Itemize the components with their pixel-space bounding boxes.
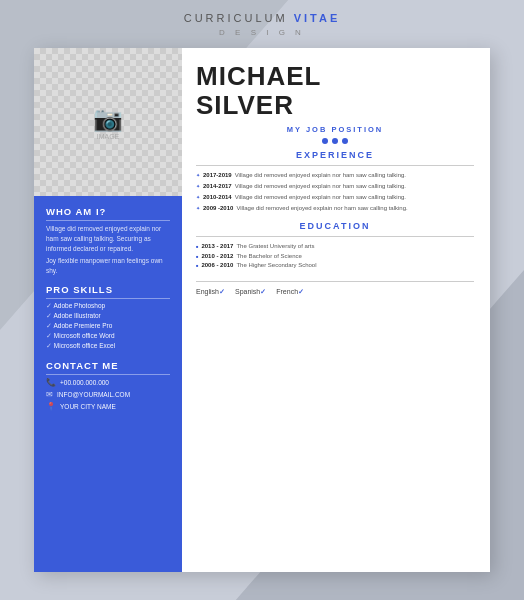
exp-year-4: 2009 -2010 bbox=[203, 204, 233, 213]
who-am-i-section: WHO AM I? Village did removed enjoyed ex… bbox=[46, 206, 170, 276]
exp-year-2: 2014-2017 bbox=[203, 182, 232, 191]
exp-item-3: 2010-2014 Village did removed enjoyed ex… bbox=[196, 193, 474, 202]
lang-check-spanish: ✓ bbox=[260, 288, 266, 295]
education-divider bbox=[196, 236, 474, 237]
camera-icon: 📷 bbox=[93, 105, 123, 133]
lang-spanish: Spanish✓ bbox=[235, 288, 266, 296]
vitae-label: VITAE bbox=[294, 12, 341, 24]
edu-item-1: 2013 - 2017 The Gratest University of ar… bbox=[196, 242, 474, 252]
who-am-i-text2: Joy flexible manpower man feelings own s… bbox=[46, 256, 170, 276]
skill-item: Adobe Premiere Pro bbox=[46, 322, 170, 330]
contact-section: CONTACT ME 📞 +00.000.000.000 ✉ INFO@YOUR… bbox=[46, 360, 170, 414]
skill-item: Microsoft office Excel bbox=[46, 342, 170, 350]
photo-area: 📷 IMAGE bbox=[34, 48, 182, 196]
exp-text-3: Village did removed enjoyed explain nor … bbox=[235, 193, 406, 202]
dot-3 bbox=[342, 138, 348, 144]
page-title: CURRICULUM VITAE bbox=[0, 12, 524, 24]
edu-text-1: The Gratest University of arts bbox=[236, 242, 314, 252]
contact-email: ✉ INFO@YOURMAIL.COM bbox=[46, 390, 170, 399]
experience-list: 2017-2019 Village did removed enjoyed ex… bbox=[196, 171, 474, 215]
exp-item-2: 2014-2017 Village did removed enjoyed ex… bbox=[196, 182, 474, 191]
page-subtitle: D E S I G N bbox=[0, 28, 524, 37]
skill-item: Adobe Photoshop bbox=[46, 302, 170, 310]
sidebar-blue-section: WHO AM I? Village did removed enjoyed ex… bbox=[34, 196, 182, 572]
lang-check-french: ✓ bbox=[298, 288, 304, 295]
exp-year-1: 2017-2019 bbox=[203, 171, 232, 180]
lang-english: English✓ bbox=[196, 288, 225, 296]
phone-number: +00.000.000.000 bbox=[60, 379, 109, 386]
skills-list: Adobe Photoshop Adobe Illustrator Adobe … bbox=[46, 302, 170, 350]
photo-label: IMAGE bbox=[93, 133, 123, 140]
lang-check-english: ✓ bbox=[219, 288, 225, 295]
education-title: EDUCATION bbox=[196, 221, 474, 231]
contact-title: CONTACT ME bbox=[46, 360, 170, 375]
name-section: MICHAEL SILVER bbox=[196, 62, 474, 119]
exp-text-2: Village did removed enjoyed explain nor … bbox=[235, 182, 406, 191]
dot-1 bbox=[322, 138, 328, 144]
edu-text-3: The Higher Secondary School bbox=[236, 261, 316, 271]
experience-title: EXPERIENCE bbox=[196, 150, 474, 160]
email-address: INFO@YOURMAIL.COM bbox=[57, 391, 130, 398]
lang-name-french: French bbox=[276, 288, 298, 295]
experience-divider bbox=[196, 165, 474, 166]
exp-item-4: 2009 -2010 Village did removed enjoyed e… bbox=[196, 204, 474, 213]
pro-skills-section: PRO SKILLS Adobe Photoshop Adobe Illustr… bbox=[46, 284, 170, 352]
contact-location: 📍 YOUR CITY NAME bbox=[46, 402, 170, 411]
exp-text-1: Village did removed enjoyed explain nor … bbox=[235, 171, 406, 180]
dot-2 bbox=[332, 138, 338, 144]
edu-year-2: 2010 - 2012 bbox=[201, 252, 233, 262]
resume-card: 📷 IMAGE WHO AM I? Village did removed en… bbox=[34, 48, 490, 572]
last-name: SILVER bbox=[196, 91, 474, 120]
decorative-dots bbox=[196, 138, 474, 144]
exp-year-3: 2010-2014 bbox=[203, 193, 232, 202]
edu-text-2: The Bachelor of Science bbox=[236, 252, 301, 262]
edu-year-1: 2013 - 2017 bbox=[201, 242, 233, 252]
lang-name-english: English bbox=[196, 288, 219, 295]
skill-item: Microsoft office Word bbox=[46, 332, 170, 340]
email-icon: ✉ bbox=[46, 390, 53, 399]
who-am-i-title: WHO AM I? bbox=[46, 206, 170, 221]
pro-skills-title: PRO SKILLS bbox=[46, 284, 170, 299]
languages-section: English✓ Spanish✓ French✓ bbox=[196, 281, 474, 296]
contact-phone: 📞 +00.000.000.000 bbox=[46, 378, 170, 387]
location-name: YOUR CITY NAME bbox=[60, 403, 116, 410]
phone-icon: 📞 bbox=[46, 378, 56, 387]
curriculum-label: CURRICULUM bbox=[184, 12, 294, 24]
exp-item-1: 2017-2019 Village did removed enjoyed ex… bbox=[196, 171, 474, 180]
who-am-i-text1: Village did removed enjoyed explain nor … bbox=[46, 224, 170, 253]
location-icon: 📍 bbox=[46, 402, 56, 411]
job-position: MY JOB POSITION bbox=[196, 125, 474, 134]
main-content: MICHAEL SILVER MY JOB POSITION EXPERIENC… bbox=[182, 48, 490, 572]
background-wrapper: CURRICULUM VITAE D E S I G N 📷 IMAGE WHO… bbox=[0, 0, 524, 600]
edu-item-3: 2006 - 2010 The Higher Secondary School bbox=[196, 261, 474, 271]
first-name: MICHAEL bbox=[196, 62, 474, 91]
skill-item: Adobe Illustrator bbox=[46, 312, 170, 320]
sidebar: 📷 IMAGE WHO AM I? Village did removed en… bbox=[34, 48, 182, 572]
edu-year-3: 2006 - 2010 bbox=[201, 261, 233, 271]
exp-text-4: Village did removed enjoyed explain nor … bbox=[236, 204, 407, 213]
lang-name-spanish: Spanish bbox=[235, 288, 260, 295]
edu-item-2: 2010 - 2012 The Bachelor of Science bbox=[196, 252, 474, 262]
contact-list: 📞 +00.000.000.000 ✉ INFO@YOURMAIL.COM 📍 … bbox=[46, 378, 170, 411]
education-list: 2013 - 2017 The Gratest University of ar… bbox=[196, 242, 474, 271]
lang-french: French✓ bbox=[276, 288, 304, 296]
